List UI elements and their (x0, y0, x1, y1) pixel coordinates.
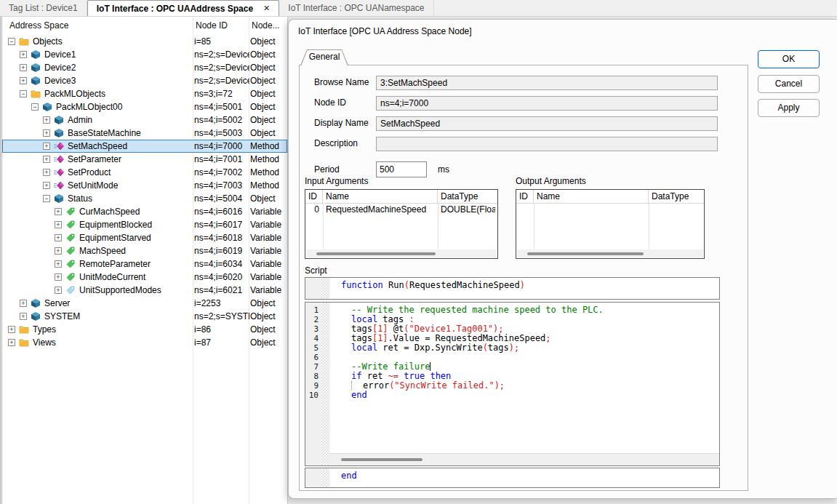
period-input[interactable] (376, 161, 427, 177)
tree-row[interactable]: +SetProductns=4;i=7002Method (2, 166, 287, 179)
script-editor-code[interactable]: -- Write the requested machine speed to … (329, 303, 719, 465)
period-unit: ms (438, 164, 449, 175)
tree-label: Device1 (44, 48, 76, 61)
field-input[interactable]: SetMachSpeed (376, 116, 718, 131)
tab-active[interactable]: IoT Interface : OPC UAAddress Space✕ (87, 0, 280, 16)
expander-icon[interactable]: + (20, 300, 27, 307)
tree-row[interactable]: +Device3ns=2;s=DeviceObject (2, 74, 287, 87)
tree-row[interactable]: +CurMachSpeedns=4;i=6016Variable (2, 205, 287, 218)
tree-row[interactable]: +Device2ns=2;s=DeviceObject (2, 61, 287, 74)
apply-button[interactable]: Apply (758, 99, 820, 117)
tree-row[interactable]: +EquipmentStarvedns=4;i=6018Variable (2, 231, 287, 244)
expander-icon[interactable]: + (43, 116, 50, 124)
expander-icon[interactable]: − (43, 195, 50, 202)
expander-icon[interactable]: + (20, 51, 27, 58)
column-header-address-space[interactable]: Address Space (9, 20, 68, 31)
scrollbar-thumb[interactable] (527, 252, 644, 255)
tab-inactive[interactable]: Tag List : Device1 (0, 0, 87, 16)
period-row: Period ms (300, 163, 748, 177)
expander-icon[interactable]: + (43, 129, 50, 137)
expander-icon[interactable]: + (43, 143, 50, 150)
column-header-node-class[interactable]: Node... (252, 20, 280, 31)
expander-icon[interactable]: − (31, 103, 39, 111)
output-arguments-table[interactable]: IDNameDataType (516, 189, 705, 259)
expander-icon[interactable]: + (43, 169, 50, 176)
h-scrollbar[interactable] (517, 249, 703, 257)
tree-row[interactable]: −PackMLObjectsns=3;i=72Object (2, 87, 287, 100)
expander-icon[interactable]: + (55, 260, 62, 268)
node-class-cell: Object (250, 192, 276, 205)
code-token: ); (509, 343, 519, 353)
expander-icon[interactable]: + (43, 182, 50, 189)
expander-icon[interactable]: + (8, 326, 15, 333)
script-footer-code[interactable]: end (329, 468, 719, 487)
tree-row[interactable]: −PackMLObject00ns=4;i=5001Object (2, 100, 287, 113)
field-input[interactable] (376, 137, 718, 151)
expander-icon[interactable]: + (20, 313, 27, 320)
cube-icon (31, 311, 41, 321)
tree-label: Status (68, 192, 92, 205)
tab-general[interactable]: General (300, 49, 348, 65)
ok-button[interactable]: OK (758, 50, 820, 68)
close-icon[interactable]: ✕ (263, 4, 270, 13)
cancel-button[interactable]: Cancel (758, 75, 820, 93)
expander-icon[interactable]: + (55, 287, 62, 294)
expander-icon[interactable]: + (8, 339, 15, 346)
cube-icon (31, 298, 41, 308)
tree-row[interactable]: +SetMachSpeedns=4;i=7000Method (2, 140, 287, 153)
method-icon (54, 180, 64, 191)
tree-row[interactable]: +MachSpeedns=4;i=6019Variable (2, 244, 287, 257)
node-class-cell: Method (250, 153, 279, 166)
expander-icon[interactable]: + (20, 77, 27, 84)
tree-row[interactable]: +RemoteParameterns=4;i=6034Variable (2, 257, 287, 271)
expander-icon[interactable]: + (55, 247, 62, 255)
tree-row[interactable]: +EquipmentBlockedns=4;i=6017Variable (2, 218, 287, 231)
tree-row[interactable]: +Adminns=4;i=5002Object (2, 113, 287, 127)
tree-row[interactable]: −Statusns=4;i=5004Object (2, 192, 287, 205)
tree-row[interactable]: +SetParameterns=4;i=7001Method (2, 153, 287, 166)
table-header-cell: DataType (649, 190, 702, 203)
expander-icon[interactable]: + (55, 273, 62, 281)
tree-row[interactable]: +SYSTEMns=2;s=SYSTEObject (2, 310, 287, 323)
tree-row[interactable]: +UnitModeCurrentns=4;i=6020Variable (2, 271, 287, 284)
tree-row[interactable]: +Typesi=86Object (2, 323, 287, 336)
tree-row[interactable]: +BaseStateMachinens=4;i=5003Object (2, 127, 287, 140)
column-header-node-id[interactable]: Node ID (196, 20, 228, 31)
expander-icon[interactable]: + (55, 234, 62, 241)
script-editor[interactable]: 12345678910 -- Write the requested machi… (305, 302, 720, 466)
node-id-cell: i=87 (194, 336, 249, 349)
tree-row[interactable]: +Serveri=2253Object (2, 297, 287, 310)
node-id-cell: ns=4;i=7000 (194, 140, 249, 153)
input-arguments-table[interactable]: IDNameDataType0RequestedMachineSpeedDOUB… (305, 189, 498, 259)
field-input[interactable]: 3:SetMachSpeed (376, 76, 718, 90)
expander-icon[interactable]: − (20, 90, 27, 97)
tab-inactive[interactable]: IoT Interface : OPC UANamespace (279, 0, 433, 16)
field-input[interactable]: ns=4;i=7000 (376, 96, 718, 111)
expander-icon[interactable]: − (8, 38, 15, 45)
scrollbar-thumb[interactable] (316, 252, 436, 255)
script-header[interactable]: function Run(RequestedMachineSpeed) (305, 277, 720, 300)
scrollbar-thumb[interactable] (341, 458, 422, 461)
expander-icon[interactable]: + (55, 221, 62, 228)
script-footer[interactable]: end (305, 468, 720, 488)
table-row[interactable]: 0RequestedMachineSpeedDOUBLE(Float) (305, 204, 497, 216)
code-token: ~= (388, 371, 399, 381)
tree-row[interactable]: −Objectsi=85Object (2, 35, 287, 48)
expander-icon[interactable]: + (43, 156, 50, 163)
expander-icon[interactable]: + (20, 64, 27, 71)
field-label: Browse Name (314, 77, 369, 87)
table-header-row: IDNameDataType (305, 190, 497, 204)
folder-icon (19, 337, 29, 348)
tree-row[interactable]: +SetUnitModens=4;i=7003Method (2, 179, 287, 192)
tree-row[interactable]: +UnitSupportedModesns=4;i=6021Variable (2, 284, 287, 297)
expander-icon[interactable]: + (55, 208, 62, 215)
code-token: ; (545, 333, 550, 343)
node-id-cell: ns=4;i=6020 (194, 271, 249, 284)
tree-row[interactable]: +Viewsi=87Object (2, 336, 287, 349)
h-scrollbar[interactable] (329, 453, 719, 465)
node-class-cell: Variable (250, 244, 281, 257)
h-scrollbar[interactable] (306, 249, 497, 257)
tree-row[interactable]: +Device1ns=2;s=DeviceObject (2, 48, 287, 61)
script-header-code[interactable]: function Run(RequestedMachineSpeed) (329, 278, 719, 299)
table-header-row: IDNameDataType (516, 190, 704, 204)
